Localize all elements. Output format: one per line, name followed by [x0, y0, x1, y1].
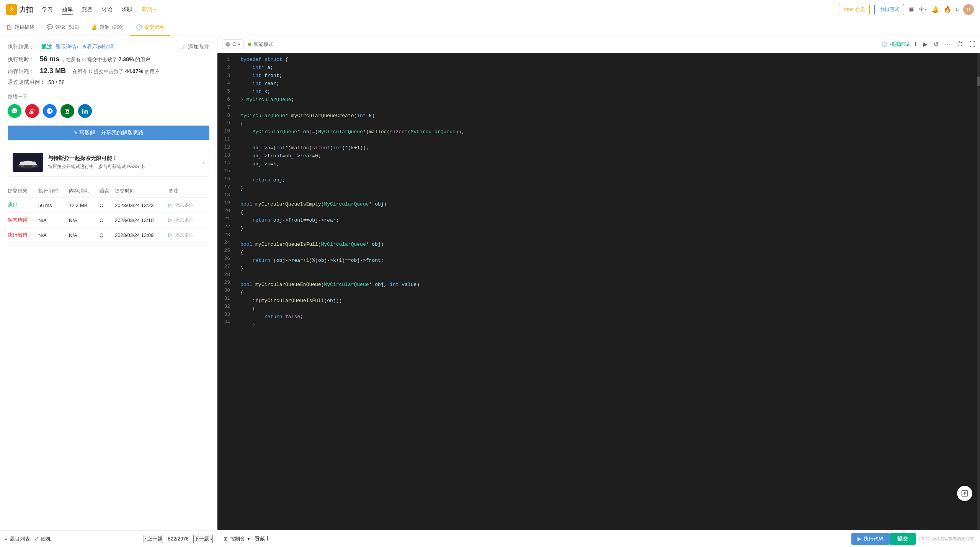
- mem-label: 内存消耗：: [8, 68, 38, 75]
- tab-comments[interactable]: 💬 评论 (519): [41, 19, 85, 36]
- problem-list-button[interactable]: ≡ 题目列表: [5, 536, 30, 542]
- row-note-0[interactable]: ▷ 添加备注: [168, 202, 209, 209]
- mem-row: 内存消耗： 12.3 MB ，在所有 C 提交中击败了 44.07% 的用户: [8, 67, 209, 75]
- col-header-note: 备注: [168, 188, 209, 194]
- code-area: 12345 678910 1112131415 1617181920 21222…: [217, 53, 980, 530]
- row-date-2: 2023/03/24 13:09: [115, 232, 168, 238]
- show-detail-link[interactable]: 显示详情›: [55, 44, 78, 51]
- list-icon: ≡: [5, 536, 8, 542]
- scrollbar-thumb[interactable]: [977, 77, 980, 86]
- row-mem-2: N/A: [69, 232, 100, 238]
- exec-result-value: 通过: [41, 44, 52, 51]
- c-icon: [225, 42, 230, 47]
- tablet-icon[interactable]: ▣: [909, 6, 915, 13]
- bottom-left-bar: ≡ 题目列表 ⤢ 随机 ‹ 上一题 622/2976 下一题 ›: [0, 530, 217, 547]
- left-panel: 执行结果： 通过 显示详情› 查看示例代码 ▷ 添加备注 执行用时： 56 ms…: [0, 36, 217, 547]
- write-solution-button[interactable]: ✎ 写题解，分享我的解题思路: [8, 126, 209, 140]
- test-value: 58 / 58: [48, 79, 65, 85]
- result-status-error[interactable]: 解答错误: [8, 217, 38, 224]
- fire-icon[interactable]: 🔥: [944, 6, 951, 13]
- nav-jobs[interactable]: 求职: [122, 5, 132, 15]
- interview-button[interactable]: 力扣面试: [874, 4, 904, 15]
- note-icon-0: ▷: [168, 202, 172, 208]
- exec-time-label: 执行用时：: [8, 56, 38, 63]
- info-button[interactable]: ℹ: [915, 41, 917, 48]
- row-note-1[interactable]: ▷ 添加备注: [168, 217, 209, 224]
- ad-image: [13, 153, 43, 172]
- exec-time-value: 56 ms: [40, 55, 59, 63]
- ad-arrow-icon: ›: [203, 159, 204, 165]
- random-button[interactable]: ⤢ 随机: [34, 536, 51, 542]
- notification-icon[interactable]: 🔔: [931, 6, 939, 13]
- result-status-runtime[interactable]: 执行出错: [8, 232, 38, 238]
- next-problem-button[interactable]: 下一题 ›: [193, 535, 213, 543]
- nav-right: Plus 会员 力扣面试 ▣ 中 ▾ 🔔 🔥 0 U: [839, 4, 974, 15]
- nav-shop[interactable]: 商店 ▾: [142, 5, 156, 15]
- run-code-button[interactable]: ▶ 执行代码: [851, 533, 890, 545]
- exec-time-row: 执行用时： 56 ms ，在所有 C 提交中击败了 7.38% 的用户: [8, 55, 209, 63]
- shop-dropdown-icon: ▾: [154, 7, 156, 11]
- lang-dropdown-icon: ▾: [925, 7, 927, 11]
- share-wechat-button[interactable]: [8, 104, 21, 118]
- run-icon-button[interactable]: ▶: [923, 41, 928, 48]
- mem-suffix: 的用户: [145, 68, 160, 75]
- lang-label: C: [232, 41, 236, 47]
- fullscreen-button[interactable]: ⛶: [969, 41, 975, 48]
- mock-interview-button[interactable]: 🕐 模拟面试: [882, 41, 910, 48]
- console-button[interactable]: ⊞ 控制台 ▾: [224, 536, 250, 542]
- avatar[interactable]: U: [963, 4, 974, 15]
- result-status-pass[interactable]: 通过: [8, 202, 38, 209]
- nav-learn[interactable]: 学习: [42, 5, 53, 15]
- nav-discuss[interactable]: 讨论: [102, 5, 113, 15]
- mem-percent: 44.07%: [125, 68, 143, 74]
- tab-submissions[interactable]: 🕐 提交记录: [130, 19, 170, 36]
- row-mem-1: N/A: [69, 217, 100, 223]
- contribute-link[interactable]: 贡献 i: [255, 536, 268, 542]
- row-date-1: 2023/03/24 13:10: [115, 217, 168, 223]
- top-nav: 力 力扣 学习 题库 竞赛 讨论 求职 商店 ▾ Plus 会员 力扣面试 ▣ …: [0, 0, 980, 19]
- prev-problem-button[interactable]: ‹ 上一题: [144, 535, 163, 543]
- table-row: 解答错误 N/A N/A C 2023/03/24 13:10 ▷ 添加备注: [8, 213, 209, 228]
- nav-problems[interactable]: 题库: [62, 5, 73, 15]
- float-action-button[interactable]: [957, 486, 972, 501]
- exec-result-label: 执行结果：: [8, 44, 38, 51]
- add-note-link[interactable]: ▷ 添加备注: [181, 44, 209, 51]
- row-note-2[interactable]: ▷ 添加备注: [168, 232, 209, 238]
- exec-time-desc: ，在所有 C 提交中击败了: [61, 56, 117, 63]
- ad-banner[interactable]: 与特斯拉一起探索无限可能！ 特斯拉公开笔试进行中，参与可获笔试 PASS 卡 ›: [8, 148, 209, 177]
- code-editor[interactable]: typedef struct { int* a; int front; int …: [234, 53, 980, 530]
- row-time-0: 56 ms: [38, 202, 69, 208]
- share-dingtalk-button[interactable]: [43, 104, 57, 118]
- plus-member-button[interactable]: Plus 会员: [839, 4, 870, 15]
- logo[interactable]: 力 力扣: [6, 4, 33, 15]
- solutions-icon: 🔔: [91, 24, 97, 30]
- test-label: 通过测试用例：: [8, 79, 45, 86]
- share-weibo-button[interactable]: [25, 104, 39, 118]
- note-icon-1: ▷: [168, 217, 172, 223]
- lang-selector[interactable]: C ▾: [222, 39, 243, 49]
- share-linkedin-button[interactable]: [78, 104, 92, 118]
- tab-description[interactable]: 📋 题目描述: [0, 19, 41, 36]
- scrollbar-track[interactable]: [977, 53, 980, 530]
- logo-icon: 力: [6, 4, 17, 15]
- table-header: 提交结果 执行用时 内存消耗 语言 提交时间 备注: [8, 185, 209, 198]
- reset-button[interactable]: ↺: [934, 41, 939, 48]
- nav-contest[interactable]: 竞赛: [82, 5, 93, 15]
- tab-solutions[interactable]: 🔔 题解 (960): [85, 19, 129, 36]
- view-example-link[interactable]: 查看示例代码: [82, 44, 114, 51]
- run-icon: ▶: [858, 536, 861, 542]
- ad-text: 与特斯拉一起探索无限可能！ 特斯拉公开笔试进行中，参与可获笔试 PASS 卡: [48, 155, 198, 170]
- col-header-result: 提交结果: [8, 188, 38, 194]
- col-header-mem: 内存消耗: [69, 188, 100, 194]
- share-douban-button[interactable]: [60, 104, 74, 118]
- submit-button[interactable]: 提交: [890, 533, 916, 545]
- col-header-time: 执行用时: [38, 188, 69, 194]
- lang-button[interactable]: 中 ▾: [919, 6, 927, 13]
- timer-button[interactable]: ⏱: [957, 41, 963, 48]
- result-section: 执行结果： 通过 显示详情› 查看示例代码 ▷ 添加备注 执行用时： 56 ms…: [8, 44, 209, 86]
- description-icon: 📋: [6, 24, 12, 30]
- random-icon: ⤢: [34, 536, 39, 542]
- settings-button[interactable]: ⋯: [945, 41, 951, 48]
- prev-icon: ‹: [144, 536, 146, 542]
- clock-icon: 🕐: [882, 41, 888, 47]
